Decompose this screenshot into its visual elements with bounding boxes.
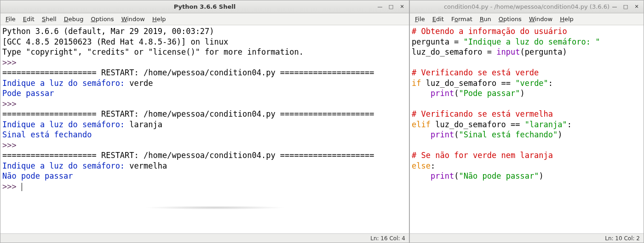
menu-debug[interactable]: Debug: [61, 14, 87, 24]
menu-file[interactable]: File: [412, 14, 428, 24]
close-button[interactable]: ✕: [399, 4, 405, 10]
scrollbar-shadow: [144, 206, 287, 209]
menu-label: indow: [127, 16, 145, 23]
menu-label: rmat: [458, 16, 472, 23]
maximize-button[interactable]: □: [622, 4, 629, 10]
code-text: ): [558, 130, 562, 139]
shell-menubar: File Edit Shell Debug Options Window Hel…: [0, 13, 409, 25]
code-indent: [412, 89, 431, 98]
menu-shell[interactable]: Shell: [39, 14, 60, 24]
menu-window[interactable]: Window: [526, 14, 556, 24]
code-text: (: [454, 130, 459, 139]
code-builtin: print: [431, 130, 454, 139]
code-keyword: else: [412, 161, 431, 170]
shell-window-controls: — □ ✕: [377, 4, 405, 10]
editor-window-controls: — □ ✕: [611, 4, 640, 10]
menu-label: elp: [564, 16, 574, 23]
editor-window: condition04.py - /home/wpessoa/condition…: [409, 0, 644, 243]
menu-window[interactable]: Window: [118, 14, 148, 24]
menu-label: un: [483, 16, 491, 23]
code-keyword: if: [412, 79, 421, 88]
editor-titlebar[interactable]: condition04.py - /home/wpessoa/condition…: [410, 0, 644, 13]
user-input: laranja: [129, 120, 162, 129]
menu-help[interactable]: Help: [149, 14, 169, 24]
output-line: Pode passar: [2, 89, 54, 98]
user-input: vermelha: [129, 161, 167, 170]
menu-options[interactable]: Options: [495, 14, 525, 24]
banner-line: Type "copyright", "credits" or "license(…: [2, 47, 304, 57]
cursor: [22, 183, 22, 191]
code-text: luz_do_semaforo ==: [421, 79, 515, 88]
menu-label: hell: [46, 16, 56, 23]
prompt: >>>: [2, 58, 21, 67]
menu-edit[interactable]: Edit: [429, 14, 447, 24]
code-text: :: [567, 120, 572, 129]
code-comment: # Verificando se está vermelha: [412, 109, 553, 119]
banner-line: Python 3.6.6 (default, Mar 29 2019, 00:0…: [2, 27, 219, 36]
input-prompt: Indique a luz do semáforo:: [2, 79, 129, 88]
code-comment: # Verificando se está verde: [412, 68, 539, 77]
minimize-button[interactable]: —: [377, 4, 383, 10]
menu-help[interactable]: Help: [557, 14, 577, 24]
menu-format[interactable]: Format: [448, 14, 476, 24]
code-string: "Não pode passar": [459, 171, 539, 181]
minimize-button[interactable]: —: [611, 4, 618, 10]
output-line: Sinal está fechando: [2, 130, 92, 139]
shell-output[interactable]: Python 3.6.6 (default, Mar 29 2019, 00:0…: [0, 25, 409, 233]
code-builtin: print: [431, 89, 454, 98]
code-builtin: input: [496, 47, 520, 57]
code-text: luz_do_semaforo =: [412, 47, 496, 57]
code-text: pergunta =: [412, 37, 464, 46]
menu-label: indow: [535, 16, 552, 23]
menu-options[interactable]: Options: [87, 14, 117, 24]
editor-menubar: File Edit Format Run Options Window Help: [410, 13, 644, 25]
menu-run[interactable]: Run: [477, 14, 494, 24]
menu-label: ile: [418, 16, 425, 23]
code-text: :: [548, 79, 553, 88]
input-prompt: Indique a luz do semáforo:: [2, 161, 129, 170]
menu-label: elp: [157, 16, 166, 23]
code-text: ): [520, 89, 524, 98]
restart-line: ==================== RESTART: /home/wpes…: [2, 151, 374, 160]
user-input: verde: [129, 79, 153, 88]
code-string: "Pode passar": [459, 89, 520, 98]
code-string: "laranja": [525, 120, 567, 129]
code-editor[interactable]: # Obtendo a informação do usuário pergun…: [410, 25, 644, 233]
prompt: >>>: [2, 182, 21, 191]
restart-line: ==================== RESTART: /home/wpes…: [2, 109, 374, 119]
menu-label: dit: [27, 16, 34, 23]
code-text: (: [454, 171, 459, 181]
menu-file[interactable]: File: [2, 14, 19, 24]
editor-cursor-position: Ln: 10 Col: 2: [605, 235, 640, 242]
editor-title: condition04.py - /home/wpessoa/condition…: [413, 3, 641, 10]
code-string: "Sinal está fechando": [459, 130, 558, 139]
shell-statusbar: Ln: 16 Col: 4: [0, 233, 409, 243]
shell-title: Python 3.6.6 Shell: [3, 3, 406, 10]
menu-label: ptions: [96, 16, 114, 23]
menu-edit[interactable]: Edit: [20, 14, 38, 24]
maximize-button[interactable]: □: [388, 4, 394, 10]
code-text: (: [454, 89, 459, 98]
code-string: "Indique a luz do semáforo: ": [464, 37, 600, 46]
close-button[interactable]: ✕: [633, 4, 640, 10]
code-text: ): [539, 171, 543, 181]
code-text: :: [431, 161, 435, 170]
code-indent: [412, 171, 431, 181]
shell-window: Python 3.6.6 Shell — □ ✕ File Edit Shell…: [0, 0, 409, 243]
code-string: "verde": [515, 79, 548, 88]
code-text: luz_do_semaforo ==: [431, 120, 525, 129]
menu-label: ptions: [503, 16, 522, 23]
code-builtin: print: [431, 171, 454, 181]
code-keyword: elif: [412, 120, 431, 129]
shell-cursor-position: Ln: 16 Col: 4: [370, 235, 405, 242]
menu-label: dit: [436, 16, 444, 23]
input-prompt: Indique a luz do semáforo:: [2, 120, 129, 129]
menu-label: ebug: [69, 16, 84, 23]
code-comment: # Se não for verde nem laranja: [412, 151, 553, 160]
code-indent: [412, 130, 431, 139]
prompt: >>>: [2, 141, 21, 150]
shell-titlebar[interactable]: Python 3.6.6 Shell — □ ✕: [0, 0, 409, 13]
menu-label: F: [451, 16, 454, 23]
restart-line: ==================== RESTART: /home/wpes…: [2, 68, 374, 77]
editor-statusbar: Ln: 10 Col: 2: [410, 233, 644, 243]
